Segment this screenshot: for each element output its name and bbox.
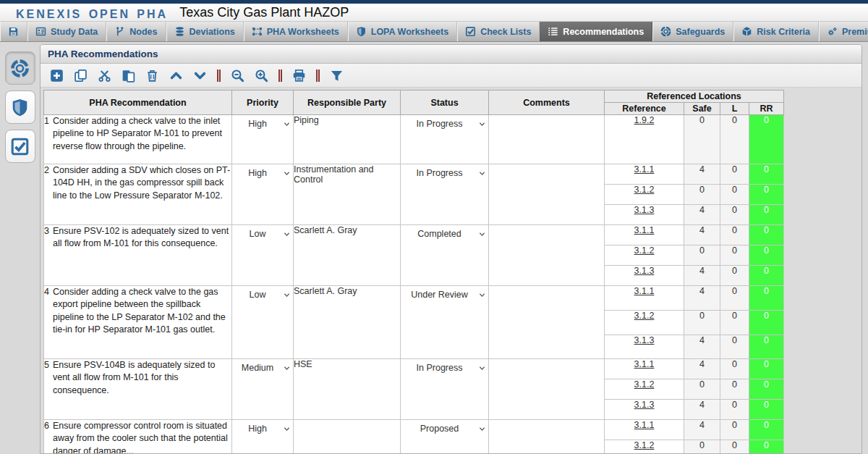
- priority-value: Medium: [242, 363, 273, 373]
- reference-link[interactable]: 3.1.1: [634, 164, 655, 175]
- chevron-down-icon: [478, 230, 486, 238]
- reference-link[interactable]: 3.1.1: [634, 420, 655, 430]
- cut-button[interactable]: [98, 69, 111, 83]
- priority-select[interactable]: Medium: [232, 359, 293, 373]
- nav-item-lopa-worksheets[interactable]: LOPA Worksheets: [348, 22, 457, 41]
- responsible-cell[interactable]: HSE: [294, 359, 401, 420]
- status-cell: In Progress: [401, 115, 489, 164]
- comments-cell[interactable]: [489, 164, 605, 225]
- recommendation-cell[interactable]: 2Consider adding a SDV which closes on P…: [44, 164, 232, 225]
- nav-item-check-lists[interactable]: Check Lists: [457, 22, 540, 41]
- l-cell: 0: [720, 185, 749, 205]
- move-down-button[interactable]: [193, 69, 207, 83]
- sidebar-tab-checklist[interactable]: [5, 130, 35, 163]
- zoom-out-button[interactable]: [231, 69, 244, 83]
- status-select[interactable]: Completed: [401, 225, 488, 239]
- reference-link[interactable]: 3.1.3: [634, 266, 655, 276]
- priority-select[interactable]: High: [232, 115, 293, 129]
- recommendation-cell[interactable]: 4Consider adding a check valve to the ga…: [44, 286, 232, 359]
- recommendation-text: Ensure PSV-102 is adequately sized to ve…: [53, 225, 231, 251]
- reference-cell: 3.1.1: [605, 225, 684, 245]
- l-cell: 0: [720, 379, 749, 400]
- status-select[interactable]: In Progress: [401, 164, 488, 178]
- sidebar-tab-lopa[interactable]: [5, 91, 35, 124]
- reference-link[interactable]: 3.1.3: [634, 205, 655, 215]
- priority-select[interactable]: Low: [232, 286, 293, 300]
- sidebar-tab-safeguards[interactable]: [5, 51, 35, 85]
- navbar: Study DataNodesDeviationsPHA WorksheetsL…: [0, 22, 868, 42]
- priority-select[interactable]: High: [232, 420, 293, 434]
- reference-link[interactable]: 3.1.3: [634, 400, 655, 410]
- nav-item-pha-worksheets[interactable]: PHA Worksheets: [244, 22, 348, 41]
- print-button[interactable]: [292, 69, 306, 83]
- zoom-in-button[interactable]: [255, 69, 268, 83]
- col-status: Status: [401, 91, 489, 115]
- check-square-icon: [465, 26, 476, 37]
- toolbar-separator: [278, 70, 282, 82]
- reference-link[interactable]: 3.1.1: [634, 225, 655, 235]
- table-scroll-area[interactable]: PHA Recommendation Priority Responsible …: [41, 88, 861, 453]
- col-safe: Safe: [684, 103, 720, 115]
- nav-label-deviations: Deviations: [190, 27, 235, 37]
- responsible-cell[interactable]: [294, 420, 401, 454]
- responsible-cell[interactable]: Piping: [294, 115, 401, 164]
- comments-cell[interactable]: [489, 420, 605, 454]
- reference-link[interactable]: 1.9.2: [634, 115, 655, 125]
- nav-item-safeguards[interactable]: Safeguards: [652, 22, 733, 41]
- status-select[interactable]: Proposed: [401, 420, 488, 434]
- reference-link[interactable]: 3.1.1: [634, 359, 655, 369]
- nav-item-recommendations[interactable]: Recommendations: [540, 22, 652, 41]
- responsible-cell[interactable]: Scarlett A. Gray: [294, 286, 401, 359]
- rr-cell: 0: [749, 205, 784, 225]
- status-select[interactable]: In Progress: [401, 115, 488, 129]
- priority-value: High: [248, 168, 267, 178]
- row-number: 5: [44, 359, 49, 397]
- recommendations-panel: PHA Recommendations PHA Recommendation P…: [40, 44, 862, 454]
- status-select[interactable]: Under Review: [401, 286, 488, 300]
- filter-button[interactable]: [330, 69, 344, 83]
- add-button[interactable]: [50, 69, 64, 83]
- responsible-cell[interactable]: Instrumentation and Control: [294, 164, 401, 225]
- responsible-cell[interactable]: Scarlett A. Gray: [294, 225, 401, 286]
- comments-cell[interactable]: [489, 225, 605, 286]
- comments-cell[interactable]: [489, 115, 605, 164]
- reference-link[interactable]: 3.1.2: [634, 379, 655, 390]
- toolbar-separator: [316, 70, 320, 82]
- status-select[interactable]: In Progress: [401, 359, 488, 373]
- priority-cell: Low: [232, 225, 294, 286]
- delete-button[interactable]: [145, 69, 159, 83]
- reference-link[interactable]: 3.1.2: [634, 311, 655, 321]
- rr-cell: 0: [749, 115, 784, 164]
- copy-button[interactable]: [74, 69, 88, 83]
- nav-item-premium-tools[interactable]: Premium Tools: [819, 22, 868, 41]
- comments-cell[interactable]: [489, 359, 605, 420]
- recommendation-cell[interactable]: 3Ensure PSV-102 is adequately sized to v…: [44, 225, 232, 286]
- priority-cell: High: [232, 420, 294, 454]
- reference-link[interactable]: 3.1.2: [634, 185, 655, 195]
- reference-link[interactable]: 3.1.2: [634, 245, 655, 256]
- nav-item-save[interactable]: [0, 22, 27, 41]
- status-value: In Progress: [417, 168, 463, 178]
- safe-cell: 0: [684, 245, 720, 266]
- move-up-button[interactable]: [169, 69, 183, 83]
- priority-select[interactable]: Low: [232, 225, 293, 239]
- reference-cell: 3.1.2: [605, 245, 684, 266]
- nav-item-study-data[interactable]: Study Data: [27, 22, 106, 41]
- row-number: 4: [44, 286, 49, 336]
- database-icon: [174, 26, 185, 37]
- nav-item-risk-criteria[interactable]: Risk Criteria: [733, 22, 819, 41]
- recommendation-cell[interactable]: 6Ensure compressor control room is situa…: [44, 420, 232, 454]
- status-cell: In Progress: [401, 164, 489, 225]
- panel-header: PHA Recommendations: [41, 45, 861, 64]
- reference-link[interactable]: 3.1.3: [634, 335, 655, 345]
- priority-select[interactable]: High: [232, 164, 293, 178]
- reference-link[interactable]: 3.1.2: [634, 440, 655, 450]
- nav-item-nodes[interactable]: Nodes: [106, 22, 166, 41]
- comments-cell[interactable]: [489, 286, 605, 359]
- paste-button[interactable]: [122, 69, 135, 83]
- recommendation-cell[interactable]: 5Ensure PSV-104B is adequately sized to …: [44, 359, 232, 420]
- nav-item-deviations[interactable]: Deviations: [166, 22, 244, 41]
- nav-label-lopa-worksheets: LOPA Worksheets: [371, 27, 448, 37]
- reference-link[interactable]: 3.1.1: [634, 286, 655, 296]
- recommendation-cell[interactable]: 1Consider adding a check valve to the in…: [44, 115, 232, 164]
